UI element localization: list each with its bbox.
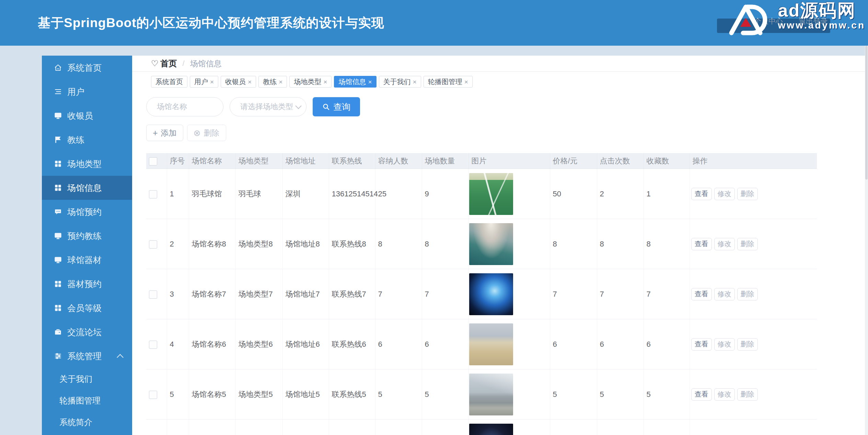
edit-row-button[interactable]: 修改 [714,338,735,351]
delete-row-button[interactable]: 删除 [737,238,758,250]
view-row-button[interactable]: 查看 [691,338,712,351]
sidebar-item-球馆器材[interactable]: 球馆器材 [42,248,132,272]
delete-row-button[interactable]: 删除 [737,288,758,300]
sidebar-item-label: 场馆预约 [67,206,102,218]
venues-table: 序号场馆名称场地类型场馆地址联系热线容纳人数场地数量图片价格/元点击次数收藏数操… [146,153,817,435]
cell-address: 深圳 [282,169,329,219]
sidebar-item-label: 场地类型 [67,158,102,170]
close-icon[interactable]: × [248,79,252,85]
sidebar-subitem-关于我们[interactable]: 关于我们 [42,368,132,390]
add-button[interactable]: + 添加 [146,125,183,141]
tab-label: 场地类型 [294,77,321,87]
select-all-checkbox[interactable] [149,157,157,165]
tab-教练[interactable]: 教练× [258,76,287,88]
table-row: 1羽毛球馆羽毛球深圳136125145142595021查看修改删除 [146,169,817,219]
grid-icon [53,159,62,169]
close-icon[interactable]: × [210,79,214,85]
delete-row-button[interactable]: 删除 [737,188,758,200]
row-checkbox[interactable] [149,240,157,249]
cell-capacity: 25 [375,169,422,219]
close-icon[interactable]: × [323,79,327,85]
table-row: 4场馆名称6场地类型6场馆地址6联系热线666666查看修改删除 [146,319,817,369]
delete-row-button[interactable]: 删除 [737,338,758,351]
plus-icon: + [153,129,158,137]
sidebar-item-收银员[interactable]: 收银员 [42,104,132,128]
edit-row-button[interactable]: 修改 [714,238,735,250]
sidebar-item-会员等级[interactable]: 会员等级 [42,296,132,320]
sidebar-item-交流论坛[interactable]: 交流论坛 [42,320,132,344]
edit-row-button[interactable]: 修改 [714,188,735,200]
scrollbar-thumb[interactable] [865,46,868,180]
view-row-button[interactable]: 查看 [691,388,712,401]
sidebar-item-预约教练[interactable]: 预约教练 [42,224,132,248]
chevron-down-icon [295,103,301,109]
view-row-button[interactable]: 查看 [691,188,712,200]
delete-row-button[interactable]: 删除 [737,388,758,401]
tab-轮播图管理[interactable]: 轮播图管理× [424,76,473,88]
tab-场馆信息[interactable]: 场馆信息× [334,76,376,88]
edit-row-button[interactable]: 修改 [714,288,735,300]
breadcrumb-home[interactable]: 首页 [161,58,177,69]
vertical-scrollbar[interactable] [865,46,868,435]
tab-用户[interactable]: 用户× [190,76,218,88]
close-icon[interactable]: × [279,79,282,85]
sidebar-item-场馆信息[interactable]: 场馆信息 [42,176,132,200]
close-icon[interactable]: × [464,79,468,85]
close-icon[interactable]: × [413,79,417,85]
venue-type-select[interactable]: 请选择场地类型 [230,97,306,116]
tab-系统首页[interactable]: 系统首页 [151,76,187,88]
venue-name-input[interactable] [146,97,223,116]
table-row: 查看修改删除 [146,420,817,435]
query-button[interactable]: 查询 [313,97,360,116]
sidebar-item-系统首页[interactable]: 系统首页 [42,56,132,80]
view-row-button[interactable]: 查看 [691,238,712,250]
cell-favorites: 1 [644,169,690,219]
cell-address: 场馆地址7 [282,269,329,319]
table-header-row: 序号场馆名称场地类型场馆地址联系热线容纳人数场地数量图片价格/元点击次数收藏数操… [146,153,817,169]
heart-icon: ♡ [151,59,159,68]
tab-收银员[interactable]: 收银员× [221,76,256,88]
home-icon [53,63,62,72]
venue-image [469,173,513,215]
delete-button[interactable]: ⊗ 删除 [187,125,226,141]
sidebar-item-场地类型[interactable]: 场地类型 [42,152,132,176]
cell-price: 50 [550,169,597,219]
cell-no: 1 [167,169,189,219]
venue-image [469,323,513,365]
cell-price: 5 [550,369,597,420]
tab-label: 收银员 [225,77,246,87]
cell-courts: 7 [422,269,468,319]
row-checkbox[interactable] [149,190,157,198]
cell-clicks [597,420,644,435]
tab-label: 场馆信息 [338,77,366,87]
venue-image [469,273,513,315]
sidebar-item-场馆预约[interactable]: 场馆预约 [42,200,132,224]
edit-row-button[interactable]: 修改 [714,388,735,401]
select-placeholder: 请选择场地类型 [240,102,296,112]
sidebar-subitem-系统简介[interactable]: 系统简介 [42,411,132,433]
cell-address: 场馆地址5 [282,369,329,420]
tab-bar: 系统首页用户×收银员×教练×场地类型×场馆信息×关于我们×轮播图管理× [132,72,868,90]
sidebar-item-系统管理[interactable]: 系统管理 [42,344,132,368]
view-row-button[interactable]: 查看 [691,288,712,300]
sidebar-item-用户[interactable]: 用户 [42,80,132,104]
tab-关于我们[interactable]: 关于我们× [379,76,421,88]
cell-capacity [375,420,422,435]
sidebar-item-教练[interactable]: 教练 [42,128,132,152]
row-checkbox[interactable] [149,341,157,349]
sidebar-item-器材预约[interactable]: 器材预约 [42,272,132,296]
cell-type: 羽毛球 [235,169,282,219]
cell-address: 场馆地址6 [282,319,329,369]
row-checkbox[interactable] [149,391,157,399]
cell-type: 场地类型8 [235,219,282,269]
row-checkbox[interactable] [149,290,157,299]
query-button-label: 查询 [334,101,351,113]
tab-场地类型[interactable]: 场地类型× [289,76,332,88]
close-icon[interactable]: × [368,79,372,85]
cell-no [167,420,189,435]
breadcrumb-separator: / [183,59,185,68]
cell-price: 6 [550,319,597,369]
sidebar-subitem-轮播图管理[interactable]: 轮播图管理 [42,390,132,411]
sidebar-menu: 系统首页用户收银员教练场地类型场馆信息场馆预约预约教练球馆器材器材预约会员等级交… [42,56,132,435]
monitor-icon [53,231,62,241]
